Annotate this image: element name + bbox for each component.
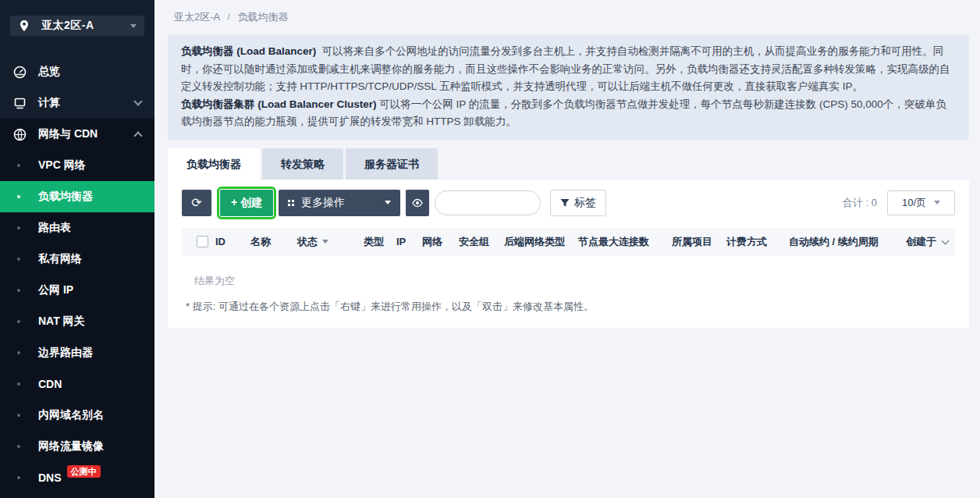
more-actions-button[interactable]: 更多操作 xyxy=(279,190,400,216)
info-banner: 负载均衡器 (Load Balancer) 可以将来自多个公网地址的访问流量分发… xyxy=(168,34,969,140)
table-header-row: ID 名称 状态 类型 IP 网络 安全组 后端网络类型 节点最大连接数 所属项… xyxy=(182,228,955,256)
breadcrumb: 亚太2区-A / 负载均衡器 xyxy=(168,0,969,34)
sidebar-item-nat-gateway[interactable]: NAT 网关 xyxy=(0,306,154,337)
bullet-dot xyxy=(17,195,20,198)
header-cell-created-at[interactable]: 创建于 xyxy=(906,235,948,249)
dashboard-icon xyxy=(13,66,27,79)
sidebar-group-network-cdn: 网络与 CDN VPC 网络 负载均衡器 路由表 私有网络 xyxy=(0,119,154,498)
tab-bar: 负载均衡器 转发策略 服务器证书 xyxy=(168,148,969,180)
header-cell-network[interactable]: 网络 xyxy=(422,235,459,249)
header-cell-max-connections[interactable]: 节点最大连接数 xyxy=(578,235,672,249)
computer-icon xyxy=(13,97,27,110)
sidebar-item-overview[interactable]: 总览 xyxy=(0,56,154,87)
chevron-down-icon xyxy=(934,201,940,205)
chevron-down-icon xyxy=(385,201,391,205)
globe-icon xyxy=(13,128,27,141)
sidebar-item-label: 网络与 CDN xyxy=(38,127,135,141)
chevron-down-icon xyxy=(133,97,142,105)
sidebar-item-network-cdn[interactable]: 网络与 CDN xyxy=(0,119,154,150)
bullet-dot xyxy=(17,445,20,448)
info-p2-title: 负载均衡器集群 (Load Balancer Cluster) xyxy=(181,98,377,110)
refresh-icon: ⟳ xyxy=(191,195,201,210)
total-count-label: 合计 : 0 xyxy=(843,196,877,210)
header-cell-auto-renew[interactable]: 自动续约 / 续约周期 xyxy=(789,235,906,249)
app-window: 亚太2区-A 总览 计算 xyxy=(0,0,980,498)
header-cell-security-group[interactable]: 安全组 xyxy=(459,235,504,249)
grid-icon xyxy=(288,200,294,206)
sidebar-nav: 总览 计算 网络与 CDN xyxy=(0,56,154,498)
info-p1-title: 负载均衡器 (Load Balancer) xyxy=(181,45,316,57)
header-cell-name[interactable]: 名称 xyxy=(250,235,297,249)
bullet-dot xyxy=(17,382,20,386)
tab-forwarding-policy[interactable]: 转发策略 xyxy=(262,148,343,180)
bullet-dot xyxy=(17,258,20,261)
main-content: 亚太2区-A / 负载均衡器 负载均衡器 (Load Balancer) 可以将… xyxy=(154,0,980,498)
empty-result-text: 结果为空 xyxy=(182,256,955,288)
tab-load-balancer[interactable]: 负载均衡器 xyxy=(168,148,260,180)
info-paragraph-2: 负载均衡器集群 (Load Balancer Cluster) 可以将一个公网 … xyxy=(181,96,956,131)
sidebar-item-border-router[interactable]: 边界路由器 xyxy=(0,337,154,368)
search-input[interactable] xyxy=(435,190,541,215)
sidebar-item-public-ip[interactable]: 公网 IP xyxy=(0,275,154,306)
page-size-select[interactable]: 10/页 xyxy=(887,190,955,215)
breadcrumb-page: 负载均衡器 xyxy=(237,11,288,23)
sidebar-item-route-table[interactable]: 路由表 xyxy=(0,212,154,244)
bullet-dot xyxy=(17,476,20,479)
sidebar-item-dns[interactable]: DNS 公测中 xyxy=(0,462,154,493)
header-cell-ip[interactable]: IP xyxy=(396,236,422,247)
sidebar: 亚太2区-A 总览 计算 xyxy=(0,0,154,498)
header-cell-billing[interactable]: 计费方式 xyxy=(726,235,789,249)
bullet-dot xyxy=(17,289,20,292)
content-panel: ⟳ + 创建 更多操作 xyxy=(168,180,969,328)
page-size-value: 10/页 xyxy=(902,196,926,210)
header-cell-checkbox xyxy=(182,236,215,247)
region-selector[interactable]: 亚太2区-A xyxy=(10,16,144,36)
sidebar-item-label: 计算 xyxy=(38,96,135,110)
sidebar-item-internal-domain-alias[interactable]: 内网域名别名 xyxy=(0,400,154,431)
header-cell-status[interactable]: 状态 xyxy=(297,235,364,249)
more-actions-label: 更多操作 xyxy=(301,196,345,210)
sidebar-item-vpc[interactable]: VPC 网络 xyxy=(0,150,154,181)
bullet-dot xyxy=(17,164,20,167)
chevron-down-icon xyxy=(942,237,950,244)
sidebar-item-load-balancer[interactable]: 负载均衡器 xyxy=(0,181,154,212)
bullet-dot xyxy=(17,226,20,229)
breadcrumb-separator: / xyxy=(227,11,230,23)
header-cell-project[interactable]: 所属项目 xyxy=(672,235,726,249)
bullet-dot xyxy=(17,320,20,323)
header-cell-type[interactable]: 类型 xyxy=(364,235,396,249)
filter-funnel-icon xyxy=(560,198,570,208)
tab-server-certificate[interactable]: 服务器证书 xyxy=(346,148,438,180)
info-paragraph-1: 负载均衡器 (Load Balancer) 可以将来自多个公网地址的访问流量分发… xyxy=(181,43,956,96)
chevron-down-icon xyxy=(130,24,137,28)
location-pin-icon xyxy=(18,20,30,32)
refresh-button[interactable]: ⟳ xyxy=(182,190,211,216)
bullet-dot xyxy=(17,351,20,354)
sidebar-item-cdn[interactable]: CDN xyxy=(0,368,154,400)
sidebar-item-traffic-mirror[interactable]: 网络流量镜像 xyxy=(0,431,154,462)
sort-caret-icon xyxy=(322,240,328,244)
create-button[interactable]: + 创建 xyxy=(220,190,273,216)
header-cell-backend-network-type[interactable]: 后端网络类型 xyxy=(504,235,578,249)
view-columns-button[interactable] xyxy=(406,190,429,216)
beta-badge: 公测中 xyxy=(67,465,101,478)
tag-filter-label: 标签 xyxy=(574,196,596,210)
select-all-checkbox[interactable] xyxy=(197,236,208,247)
hint-text: * 提示: 可通过在各个资源上点击「右键」来进行常用操作，以及「双击」来修改基本… xyxy=(182,300,955,314)
bullet-dot xyxy=(17,414,20,417)
region-label: 亚太2区-A xyxy=(41,19,130,33)
sidebar-item-private-network[interactable]: 私有网络 xyxy=(0,244,154,275)
sidebar-item-label: 总览 xyxy=(38,65,141,79)
sidebar-item-compute[interactable]: 计算 xyxy=(0,87,154,119)
breadcrumb-region[interactable]: 亚太2区-A xyxy=(174,11,220,23)
tag-filter-button[interactable]: 标签 xyxy=(550,190,606,216)
toolbar: ⟳ + 创建 更多操作 xyxy=(182,190,955,216)
header-cell-id[interactable]: ID xyxy=(215,236,250,247)
chevron-up-icon xyxy=(133,131,142,140)
eye-icon xyxy=(411,197,424,209)
